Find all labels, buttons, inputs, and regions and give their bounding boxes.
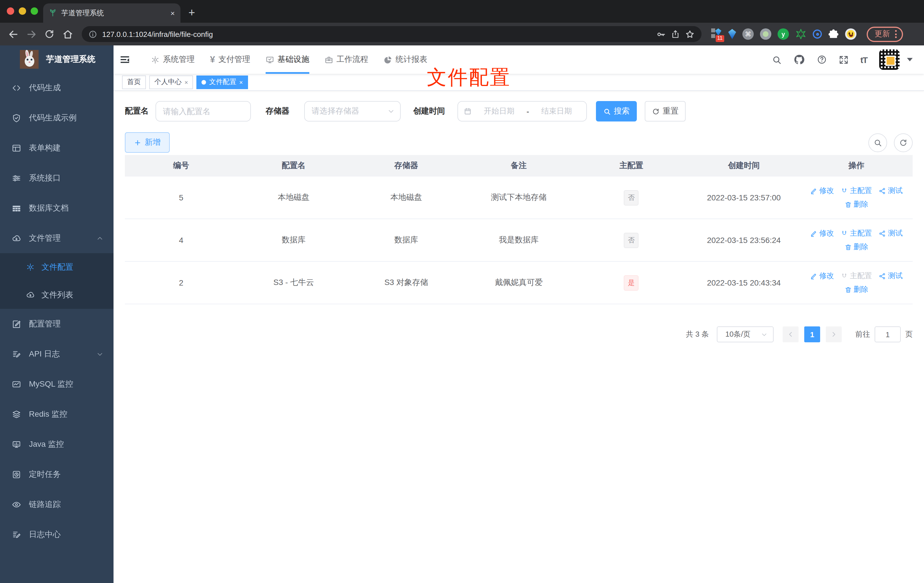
master-config-link[interactable]: 主配置 (841, 228, 872, 238)
tag-file-config[interactable]: 文件配置 × (197, 75, 248, 89)
edit-square-icon (12, 319, 21, 329)
github-icon[interactable] (794, 54, 805, 65)
date-range-picker[interactable]: 开始日期 - 结束日期 (457, 101, 587, 122)
sidebar-item-file-management[interactable]: 文件管理 (0, 223, 114, 253)
sidebar-item-tracing[interactable]: 链路追踪 (0, 489, 114, 519)
test-link[interactable]: 测试 (879, 186, 903, 196)
nav-item-reports[interactable]: 统计报表 (384, 45, 427, 74)
help-icon[interactable] (817, 55, 827, 65)
chart-line-icon (12, 380, 21, 388)
sidebar-item-java-monitor[interactable]: Java 监控 (0, 429, 114, 459)
share-icon[interactable] (671, 30, 680, 39)
chevron-left-icon (787, 331, 794, 338)
site-info-icon[interactable] (89, 30, 97, 38)
nav-item-infrastructure[interactable]: 基础设施 (266, 45, 309, 74)
extension-icons: 11 ⌘ y (711, 28, 856, 40)
table-refresh-button[interactable] (894, 133, 912, 152)
close-icon[interactable]: × (185, 79, 188, 86)
sidebar-item-system-api[interactable]: 系统接口 (0, 163, 114, 193)
pagination: 共 3 条 10条/页 1 前往 页 (125, 326, 912, 342)
close-icon[interactable]: × (239, 79, 243, 86)
font-size-icon[interactable]: tT (860, 55, 867, 64)
browser-menu-icon[interactable] (895, 30, 897, 38)
window-controls[interactable] (7, 7, 38, 15)
tag-home[interactable]: 首页 (122, 75, 146, 89)
reset-button[interactable]: 重置 (645, 101, 686, 122)
extension-star-icon[interactable] (795, 28, 807, 40)
bookmark-star-icon[interactable] (685, 29, 695, 39)
minimize-window-button[interactable] (19, 7, 26, 15)
edit-link[interactable]: 修改 (810, 186, 834, 196)
edit-link[interactable]: 修改 (810, 271, 834, 281)
extension-badge: 11 (715, 35, 724, 42)
back-icon[interactable] (6, 27, 20, 41)
password-key-icon[interactable] (656, 29, 666, 39)
delete-link[interactable]: 删除 (845, 199, 868, 210)
delete-link[interactable]: 删除 (845, 284, 868, 295)
extension-swirl-icon[interactable] (813, 30, 822, 39)
edit-link[interactable]: 修改 (810, 228, 834, 238)
tag-profile[interactable]: 个人中心 × (149, 75, 193, 89)
create-time-label: 创建时间 (413, 106, 445, 116)
sidebar-collapse-icon[interactable] (119, 54, 130, 65)
close-window-button[interactable] (7, 7, 14, 15)
sidebar-item-scheduled-tasks[interactable]: 定时任务 (0, 459, 114, 489)
extension-puzzle-icon[interactable] (828, 29, 839, 40)
start-date[interactable]: 开始日期 (475, 106, 523, 116)
extension-recorder-icon[interactable] (760, 28, 771, 40)
extension-gem-icon[interactable] (728, 29, 736, 39)
page-size-select[interactable]: 10条/页 (717, 326, 774, 342)
sidebar-item-mysql-monitor[interactable]: MySQL 监控 (0, 369, 114, 399)
storage-select[interactable]: 请选择存储器 (304, 101, 401, 122)
forward-icon[interactable] (24, 27, 39, 41)
address-bar[interactable]: 127.0.0.1:1024/infra/file/file-config (82, 26, 701, 42)
sidebar-item-file-list[interactable]: 文件列表 (0, 281, 114, 309)
nav-item-payment[interactable]: ¥ 支付管理 (210, 45, 250, 74)
sidebar-item-redis-monitor[interactable]: Redis 监控 (0, 399, 114, 429)
extension-command-icon[interactable]: ⌘ (742, 28, 754, 40)
fullscreen-icon[interactable] (839, 55, 848, 64)
sidebar-item-code-example[interactable]: 代码生成示例 (0, 103, 114, 133)
code-icon (12, 83, 21, 92)
browser-tab[interactable]: 芋道管理系统 × (43, 3, 180, 23)
end-date[interactable]: 结束日期 (533, 106, 581, 116)
config-name-input[interactable] (155, 101, 251, 122)
test-link[interactable]: 测试 (879, 271, 903, 281)
extension-emoji-icon[interactable] (845, 28, 856, 40)
tab-close-icon[interactable]: × (170, 9, 175, 17)
layers-icon (12, 410, 21, 419)
search-button[interactable]: 搜索 (596, 101, 637, 122)
delete-link[interactable]: 删除 (845, 242, 868, 252)
search-icon[interactable] (772, 55, 782, 64)
nav-item-system[interactable]: 系统管理 (151, 45, 195, 74)
extension-grid-icon[interactable]: 11 (711, 28, 722, 40)
table-search-toggle-button[interactable] (868, 133, 887, 152)
sidebar-item-code-generation[interactable]: 代码生成 (0, 73, 114, 103)
prev-page-button[interactable] (783, 326, 799, 342)
test-link[interactable]: 测试 (879, 228, 903, 238)
nav-item-workflow[interactable]: 工作流程 (325, 45, 368, 74)
chevron-down-icon (388, 108, 394, 115)
trash-icon (845, 201, 852, 208)
master-config-link[interactable]: 主配置 (841, 186, 872, 196)
sidebar-item-form-builder[interactable]: 表单构建 (0, 133, 114, 163)
avatar-caret-icon[interactable] (907, 58, 912, 61)
avatar[interactable] (879, 50, 899, 70)
sidebar-item-api-log[interactable]: API 日志 (0, 339, 114, 369)
magnet-icon (841, 230, 848, 237)
browser-update-button[interactable]: 更新 (867, 26, 903, 42)
extension-y-icon[interactable]: y (777, 28, 789, 40)
cloud-download-icon (12, 234, 21, 243)
sidebar-item-log-center[interactable]: 日志中心 (0, 519, 114, 550)
zoom-window-button[interactable] (31, 7, 38, 15)
goto-page-input[interactable] (874, 326, 901, 342)
reload-icon[interactable] (42, 27, 57, 41)
home-icon[interactable] (60, 27, 75, 41)
add-button[interactable]: 新增 (125, 132, 170, 153)
sidebar-item-file-config[interactable]: 文件配置 (0, 253, 114, 281)
sidebar-item-config-management[interactable]: 配置管理 (0, 309, 114, 339)
new-tab-button[interactable]: + (188, 6, 195, 19)
next-page-button[interactable] (826, 326, 842, 342)
page-number-button[interactable]: 1 (804, 326, 820, 342)
sidebar-item-db-doc[interactable]: 数据库文档 (0, 193, 114, 223)
